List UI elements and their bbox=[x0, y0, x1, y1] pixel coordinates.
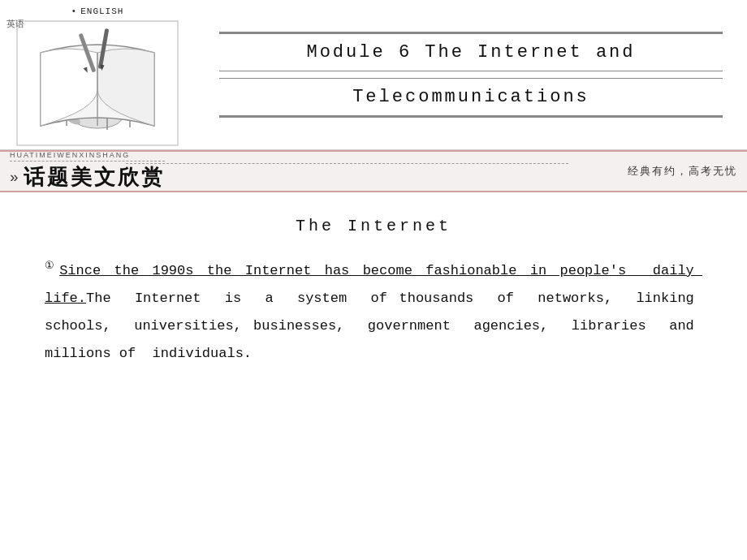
banner-small-text: HUATIMEIWENXINSHANG bbox=[10, 151, 165, 162]
banner-left: HUATIMEIWENXINSHANG » 话题美文欣赏 bbox=[10, 151, 165, 192]
paragraph-num: ① bbox=[45, 260, 59, 272]
section-banner: HUATIMEIWENXINSHANG » 话题美文欣赏 经典有约，高考无忧 bbox=[0, 150, 747, 192]
english-badge: ENGLISH bbox=[71, 6, 124, 16]
module-title-line1: Module 6 The Internet and bbox=[219, 32, 723, 71]
book-illustration bbox=[16, 20, 179, 146]
banner-tagline: 经典有约，高考无忧 bbox=[628, 164, 737, 179]
module-title-line2: Telecommunications bbox=[219, 78, 723, 118]
book-svg bbox=[16, 20, 179, 146]
header-image-area: ENGLISH 英语 bbox=[0, 0, 195, 150]
subject-label: 英语 bbox=[6, 18, 24, 30]
article-title: The Internet bbox=[45, 217, 702, 235]
banner-dashed-line bbox=[126, 163, 568, 164]
banner-title: 话题美文欣赏 bbox=[24, 163, 165, 192]
header-right: Module 6 The Internet and Telecommunicat… bbox=[195, 0, 747, 149]
banner-arrow-icon: » bbox=[10, 170, 19, 186]
article-paragraph-1: ①Since the 1990s the Internet has become… bbox=[45, 256, 702, 368]
header: ENGLISH 英语 bbox=[0, 0, 747, 150]
paragraph-rest: The Internet is a system of thousands of… bbox=[45, 291, 702, 361]
main-content: The Internet ①Since the 1990s the Intern… bbox=[0, 192, 747, 392]
article-body: ①Since the 1990s the Internet has become… bbox=[45, 256, 702, 368]
